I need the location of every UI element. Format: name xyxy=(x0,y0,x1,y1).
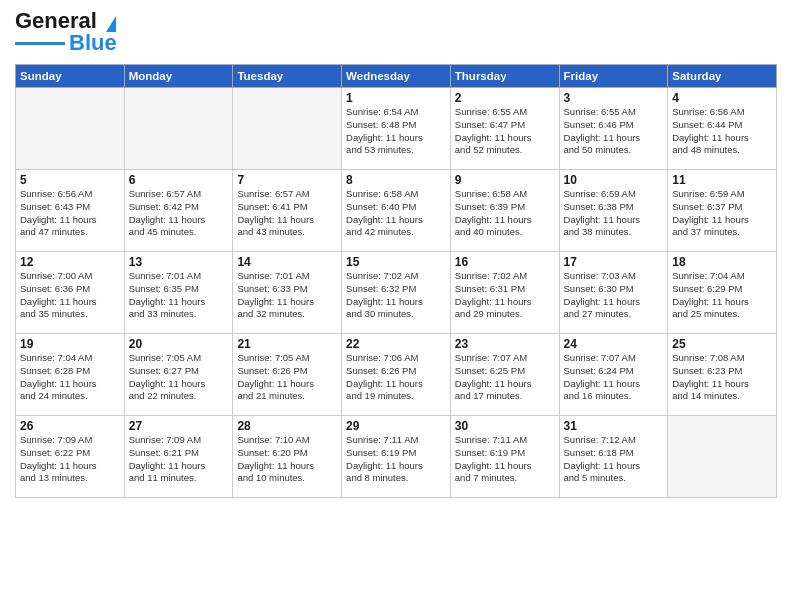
day-info: Sunrise: 7:02 AMSunset: 6:32 PMDaylight:… xyxy=(346,270,446,321)
day-number: 2 xyxy=(455,91,555,105)
day-info: Sunrise: 7:05 AMSunset: 6:27 PMDaylight:… xyxy=(129,352,229,403)
calendar-cell: 5Sunrise: 6:56 AMSunset: 6:43 PMDaylight… xyxy=(16,170,125,252)
day-info: Sunrise: 7:11 AMSunset: 6:19 PMDaylight:… xyxy=(346,434,446,485)
day-info: Sunrise: 6:57 AMSunset: 6:42 PMDaylight:… xyxy=(129,188,229,239)
day-info: Sunrise: 6:56 AMSunset: 6:43 PMDaylight:… xyxy=(20,188,120,239)
day-number: 4 xyxy=(672,91,772,105)
calendar-cell: 24Sunrise: 7:07 AMSunset: 6:24 PMDayligh… xyxy=(559,334,668,416)
header-tuesday: Tuesday xyxy=(233,65,342,88)
calendar-cell: 21Sunrise: 7:05 AMSunset: 6:26 PMDayligh… xyxy=(233,334,342,416)
calendar-week-row: 5Sunrise: 6:56 AMSunset: 6:43 PMDaylight… xyxy=(16,170,777,252)
day-number: 12 xyxy=(20,255,120,269)
day-number: 22 xyxy=(346,337,446,351)
day-info: Sunrise: 7:00 AMSunset: 6:36 PMDaylight:… xyxy=(20,270,120,321)
day-info: Sunrise: 6:59 AMSunset: 6:37 PMDaylight:… xyxy=(672,188,772,239)
logo: General Blue xyxy=(15,10,117,56)
day-info: Sunrise: 7:02 AMSunset: 6:31 PMDaylight:… xyxy=(455,270,555,321)
calendar-week-row: 1Sunrise: 6:54 AMSunset: 6:48 PMDaylight… xyxy=(16,88,777,170)
calendar-cell: 25Sunrise: 7:08 AMSunset: 6:23 PMDayligh… xyxy=(668,334,777,416)
logo-blue: Blue xyxy=(69,30,117,56)
day-info: Sunrise: 7:05 AMSunset: 6:26 PMDaylight:… xyxy=(237,352,337,403)
day-number: 26 xyxy=(20,419,120,433)
calendar-cell: 23Sunrise: 7:07 AMSunset: 6:25 PMDayligh… xyxy=(450,334,559,416)
day-number: 3 xyxy=(564,91,664,105)
day-number: 29 xyxy=(346,419,446,433)
day-info: Sunrise: 7:07 AMSunset: 6:25 PMDaylight:… xyxy=(455,352,555,403)
day-number: 25 xyxy=(672,337,772,351)
calendar-cell: 19Sunrise: 7:04 AMSunset: 6:28 PMDayligh… xyxy=(16,334,125,416)
header-wednesday: Wednesday xyxy=(342,65,451,88)
day-info: Sunrise: 6:58 AMSunset: 6:40 PMDaylight:… xyxy=(346,188,446,239)
calendar-cell: 10Sunrise: 6:59 AMSunset: 6:38 PMDayligh… xyxy=(559,170,668,252)
day-number: 18 xyxy=(672,255,772,269)
calendar-cell: 29Sunrise: 7:11 AMSunset: 6:19 PMDayligh… xyxy=(342,416,451,498)
day-number: 1 xyxy=(346,91,446,105)
header-thursday: Thursday xyxy=(450,65,559,88)
calendar-cell: 14Sunrise: 7:01 AMSunset: 6:33 PMDayligh… xyxy=(233,252,342,334)
header-saturday: Saturday xyxy=(668,65,777,88)
calendar-cell: 22Sunrise: 7:06 AMSunset: 6:26 PMDayligh… xyxy=(342,334,451,416)
day-info: Sunrise: 6:56 AMSunset: 6:44 PMDaylight:… xyxy=(672,106,772,157)
calendar-cell: 15Sunrise: 7:02 AMSunset: 6:32 PMDayligh… xyxy=(342,252,451,334)
day-number: 28 xyxy=(237,419,337,433)
day-number: 24 xyxy=(564,337,664,351)
page-container: General Blue Sunday Monday Tuesday Wedne… xyxy=(0,0,792,508)
calendar-cell: 12Sunrise: 7:00 AMSunset: 6:36 PMDayligh… xyxy=(16,252,125,334)
calendar-cell xyxy=(16,88,125,170)
calendar-cell: 17Sunrise: 7:03 AMSunset: 6:30 PMDayligh… xyxy=(559,252,668,334)
day-number: 19 xyxy=(20,337,120,351)
calendar-cell: 28Sunrise: 7:10 AMSunset: 6:20 PMDayligh… xyxy=(233,416,342,498)
logo-underline xyxy=(15,42,65,45)
day-number: 21 xyxy=(237,337,337,351)
day-number: 23 xyxy=(455,337,555,351)
day-info: Sunrise: 7:08 AMSunset: 6:23 PMDaylight:… xyxy=(672,352,772,403)
calendar-cell: 13Sunrise: 7:01 AMSunset: 6:35 PMDayligh… xyxy=(124,252,233,334)
calendar-cell: 31Sunrise: 7:12 AMSunset: 6:18 PMDayligh… xyxy=(559,416,668,498)
day-info: Sunrise: 7:12 AMSunset: 6:18 PMDaylight:… xyxy=(564,434,664,485)
calendar-cell xyxy=(124,88,233,170)
header-sunday: Sunday xyxy=(16,65,125,88)
calendar-cell: 26Sunrise: 7:09 AMSunset: 6:22 PMDayligh… xyxy=(16,416,125,498)
calendar-cell: 1Sunrise: 6:54 AMSunset: 6:48 PMDaylight… xyxy=(342,88,451,170)
day-info: Sunrise: 6:57 AMSunset: 6:41 PMDaylight:… xyxy=(237,188,337,239)
header: General Blue xyxy=(15,10,777,56)
day-info: Sunrise: 7:01 AMSunset: 6:33 PMDaylight:… xyxy=(237,270,337,321)
day-info: Sunrise: 6:58 AMSunset: 6:39 PMDaylight:… xyxy=(455,188,555,239)
calendar-cell: 20Sunrise: 7:05 AMSunset: 6:27 PMDayligh… xyxy=(124,334,233,416)
day-info: Sunrise: 7:03 AMSunset: 6:30 PMDaylight:… xyxy=(564,270,664,321)
day-number: 8 xyxy=(346,173,446,187)
calendar-cell: 4Sunrise: 6:56 AMSunset: 6:44 PMDaylight… xyxy=(668,88,777,170)
day-number: 11 xyxy=(672,173,772,187)
weekday-header-row: Sunday Monday Tuesday Wednesday Thursday… xyxy=(16,65,777,88)
day-number: 9 xyxy=(455,173,555,187)
calendar-cell: 27Sunrise: 7:09 AMSunset: 6:21 PMDayligh… xyxy=(124,416,233,498)
calendar-table: Sunday Monday Tuesday Wednesday Thursday… xyxy=(15,64,777,498)
day-number: 7 xyxy=(237,173,337,187)
calendar-cell: 16Sunrise: 7:02 AMSunset: 6:31 PMDayligh… xyxy=(450,252,559,334)
day-info: Sunrise: 7:09 AMSunset: 6:22 PMDaylight:… xyxy=(20,434,120,485)
calendar-cell: 30Sunrise: 7:11 AMSunset: 6:19 PMDayligh… xyxy=(450,416,559,498)
header-friday: Friday xyxy=(559,65,668,88)
day-info: Sunrise: 7:04 AMSunset: 6:28 PMDaylight:… xyxy=(20,352,120,403)
day-info: Sunrise: 6:59 AMSunset: 6:38 PMDaylight:… xyxy=(564,188,664,239)
day-number: 27 xyxy=(129,419,229,433)
calendar-cell: 2Sunrise: 6:55 AMSunset: 6:47 PMDaylight… xyxy=(450,88,559,170)
calendar-cell: 11Sunrise: 6:59 AMSunset: 6:37 PMDayligh… xyxy=(668,170,777,252)
day-info: Sunrise: 7:07 AMSunset: 6:24 PMDaylight:… xyxy=(564,352,664,403)
day-number: 20 xyxy=(129,337,229,351)
day-info: Sunrise: 7:01 AMSunset: 6:35 PMDaylight:… xyxy=(129,270,229,321)
day-number: 5 xyxy=(20,173,120,187)
calendar-cell: 7Sunrise: 6:57 AMSunset: 6:41 PMDaylight… xyxy=(233,170,342,252)
calendar-cell: 6Sunrise: 6:57 AMSunset: 6:42 PMDaylight… xyxy=(124,170,233,252)
calendar-cell: 9Sunrise: 6:58 AMSunset: 6:39 PMDaylight… xyxy=(450,170,559,252)
day-info: Sunrise: 6:55 AMSunset: 6:47 PMDaylight:… xyxy=(455,106,555,157)
day-number: 6 xyxy=(129,173,229,187)
day-info: Sunrise: 6:54 AMSunset: 6:48 PMDaylight:… xyxy=(346,106,446,157)
day-info: Sunrise: 7:09 AMSunset: 6:21 PMDaylight:… xyxy=(129,434,229,485)
day-number: 16 xyxy=(455,255,555,269)
header-monday: Monday xyxy=(124,65,233,88)
day-info: Sunrise: 7:04 AMSunset: 6:29 PMDaylight:… xyxy=(672,270,772,321)
calendar-cell xyxy=(233,88,342,170)
calendar-week-row: 19Sunrise: 7:04 AMSunset: 6:28 PMDayligh… xyxy=(16,334,777,416)
day-number: 30 xyxy=(455,419,555,433)
